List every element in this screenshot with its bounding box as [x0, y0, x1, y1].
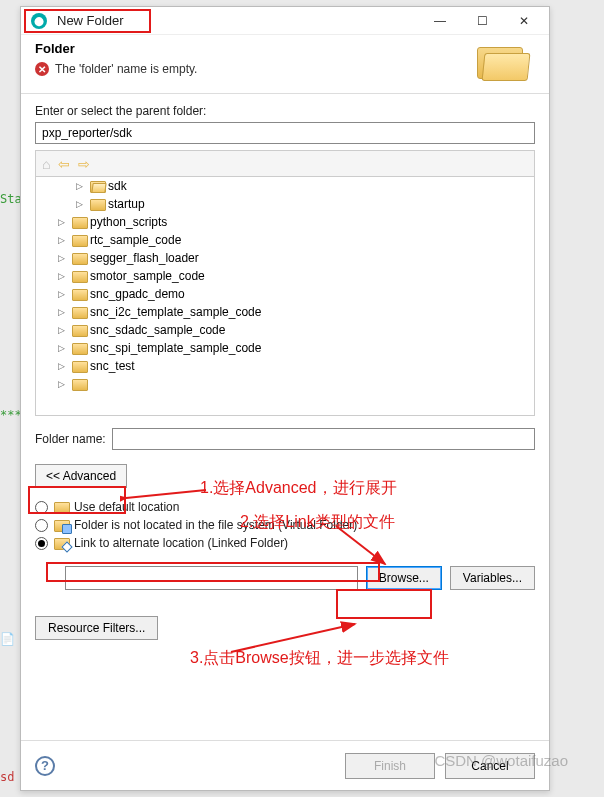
expand-icon[interactable]: ▷	[76, 199, 88, 209]
tree-item[interactable]: ▷snc_spi_template_sample_code	[36, 339, 534, 357]
close-button[interactable]: ✕	[503, 8, 545, 34]
page-title: Folder	[35, 41, 477, 56]
tree-item-label: snc_sdadc_sample_code	[90, 323, 225, 337]
watermark: CSDN @wotaifuzao	[434, 752, 568, 769]
tree-item[interactable]: ▷sdk	[36, 177, 534, 195]
expand-icon[interactable]: ▷	[58, 361, 70, 371]
bg-icon-fragment: 📄	[0, 632, 15, 646]
tree-item[interactable]: ▷rtc_sample_code	[36, 231, 534, 249]
location-radio-group: Use default location Folder is not locat…	[35, 498, 535, 552]
maximize-button[interactable]: ☐	[461, 8, 503, 34]
resource-filters-button[interactable]: Resource Filters...	[35, 616, 158, 640]
tree-item-label: snc_test	[90, 359, 135, 373]
forward-icon[interactable]: ⇨	[78, 156, 90, 172]
folder-icon	[72, 234, 86, 246]
wizard-header: Folder ✕ The 'folder' name is empty.	[21, 35, 549, 94]
tree-item[interactable]: ▷snc_i2c_template_sample_code	[36, 303, 534, 321]
tree-item[interactable]: ▷segger_flash_loader	[36, 249, 534, 267]
window-title: New Folder	[53, 13, 127, 28]
linked-folder-icon	[54, 537, 68, 549]
expand-icon[interactable]: ▷	[58, 307, 70, 317]
help-icon[interactable]: ?	[35, 756, 55, 776]
minimize-button[interactable]: —	[419, 8, 461, 34]
expand-icon[interactable]: ▷	[58, 271, 70, 281]
folder-icon	[54, 501, 68, 513]
radio-linked-folder[interactable]: Link to alternate location (Linked Folde…	[35, 534, 535, 552]
expand-icon[interactable]: ▷	[76, 181, 88, 191]
tree-item[interactable]: ▷snc_test	[36, 357, 534, 375]
expand-icon[interactable]: ▷	[58, 253, 70, 263]
tree-item-label: snc_i2c_template_sample_code	[90, 305, 261, 319]
tree-item-label: python_scripts	[90, 215, 167, 229]
new-folder-dialog: ⬤ New Folder — ☐ ✕ Folder ✕ The 'folder'…	[20, 6, 550, 791]
variables-button[interactable]: Variables...	[450, 566, 535, 590]
folder-icon	[72, 216, 86, 228]
tree-item-label: startup	[108, 197, 145, 211]
tree-item[interactable]: ▷snc_sdadc_sample_code	[36, 321, 534, 339]
error-icon: ✕	[35, 62, 49, 76]
expand-icon[interactable]: ▷	[58, 289, 70, 299]
tree-item-label: rtc_sample_code	[90, 233, 181, 247]
folder-icon	[90, 180, 104, 192]
folder-icon	[72, 252, 86, 264]
folder-icon	[72, 324, 86, 336]
expand-icon[interactable]: ▷	[58, 325, 70, 335]
folder-large-icon	[477, 41, 531, 83]
tree-nav-toolbar: ⌂ ⇦ ⇨	[35, 150, 535, 176]
browse-button[interactable]: Browse...	[366, 566, 442, 590]
titlebar: ⬤ New Folder — ☐ ✕	[21, 7, 549, 35]
tree-item-label: sdk	[108, 179, 127, 193]
folder-icon	[72, 342, 86, 354]
tree-item[interactable]: ▷startup	[36, 195, 534, 213]
radio-default-location[interactable]: Use default location	[35, 498, 535, 516]
folder-name-input[interactable]	[112, 428, 535, 450]
parent-folder-input[interactable]	[35, 122, 535, 144]
expand-icon[interactable]: ▷	[58, 343, 70, 353]
tree-item[interactable]: ▷snc_gpadc_demo	[36, 285, 534, 303]
folder-icon	[72, 360, 86, 372]
bg-code-fragment: sd	[0, 770, 14, 784]
back-icon[interactable]: ⇦	[58, 156, 70, 172]
folder-tree[interactable]: ▷sdk▷startup▷python_scripts▷rtc_sample_c…	[35, 176, 535, 416]
parent-folder-label: Enter or select the parent folder:	[35, 104, 535, 118]
tree-item-label: smotor_sample_code	[90, 269, 205, 283]
expand-icon[interactable]: ▷	[58, 235, 70, 245]
folder-icon	[72, 270, 86, 282]
folder-name-label: Folder name:	[35, 432, 106, 446]
app-icon: ⬤	[31, 13, 47, 29]
tree-item-label: snc_gpadc_demo	[90, 287, 185, 301]
folder-icon	[72, 288, 86, 300]
home-icon[interactable]: ⌂	[42, 156, 50, 172]
folder-icon	[90, 198, 104, 210]
link-path-input[interactable]	[65, 566, 358, 590]
virtual-folder-icon	[54, 519, 68, 531]
radio-virtual-folder[interactable]: Folder is not located in the file system…	[35, 516, 535, 534]
finish-button[interactable]: Finish	[345, 753, 435, 779]
advanced-button[interactable]: << Advanced	[35, 464, 127, 488]
tree-item-label: snc_spi_template_sample_code	[90, 341, 261, 355]
tree-item[interactable]: ▷python_scripts	[36, 213, 534, 231]
error-message: ✕ The 'folder' name is empty.	[35, 62, 477, 76]
error-text: The 'folder' name is empty.	[55, 62, 197, 76]
tree-item[interactable]: ▷smotor_sample_code	[36, 267, 534, 285]
folder-icon	[72, 306, 86, 318]
tree-item-label: segger_flash_loader	[90, 251, 199, 265]
expand-icon[interactable]: ▷	[58, 217, 70, 227]
